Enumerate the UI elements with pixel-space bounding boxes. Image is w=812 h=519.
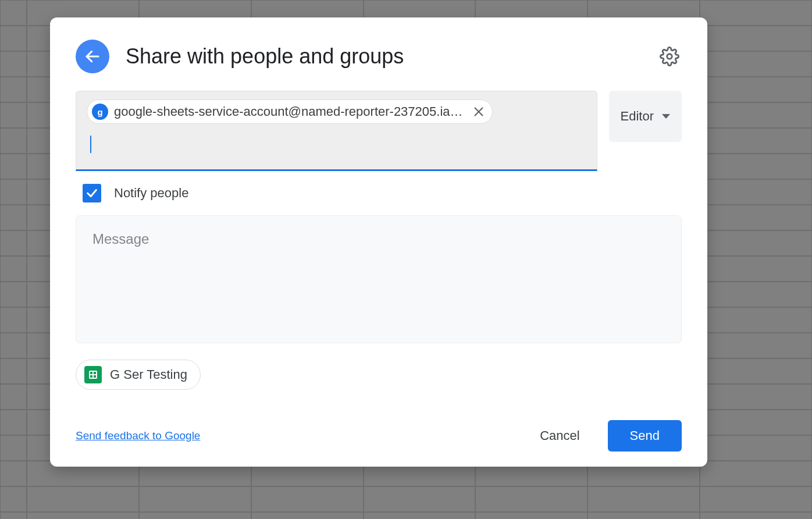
dialog-footer: Send feedback to Google Cancel Send	[76, 420, 682, 452]
feedback-link[interactable]: Send feedback to Google	[76, 429, 200, 442]
role-selected-label: Editor	[621, 109, 654, 124]
close-icon	[472, 105, 485, 118]
message-input[interactable]: Message	[76, 215, 682, 343]
notify-label: Notify people	[114, 186, 188, 201]
attachment-chip[interactable]: G Ser Testing	[76, 360, 201, 390]
gear-icon	[660, 47, 679, 66]
share-dialog: Share with people and groups g google-sh…	[50, 17, 707, 467]
check-icon	[86, 187, 98, 200]
cancel-button[interactable]: Cancel	[522, 420, 597, 452]
recipient-avatar: g	[92, 104, 108, 120]
svg-point-1	[667, 54, 672, 59]
dialog-title: Share with people and groups	[126, 44, 641, 69]
recipients-row: g google-sheets-service-account@named-re…	[76, 91, 682, 171]
recipient-chip[interactable]: g google-sheets-service-account@named-re…	[87, 99, 493, 124]
dialog-header: Share with people and groups	[76, 40, 682, 73]
recipient-email: google-sheets-service-account@named-repo…	[114, 104, 463, 119]
message-placeholder: Message	[92, 231, 665, 247]
remove-recipient-button[interactable]	[472, 105, 485, 118]
notify-checkbox[interactable]	[83, 184, 101, 202]
settings-button[interactable]	[657, 44, 682, 69]
role-dropdown[interactable]: Editor	[609, 91, 682, 142]
text-cursor	[90, 136, 91, 153]
sheets-icon	[84, 366, 102, 383]
arrow-left-icon	[84, 48, 101, 65]
attachment-name: G Ser Testing	[110, 367, 187, 382]
notify-row: Notify people	[76, 184, 682, 202]
send-button[interactable]: Send	[608, 420, 682, 452]
back-button[interactable]	[76, 40, 109, 73]
chevron-down-icon	[662, 114, 670, 119]
recipients-input[interactable]: g google-sheets-service-account@named-re…	[76, 91, 597, 171]
